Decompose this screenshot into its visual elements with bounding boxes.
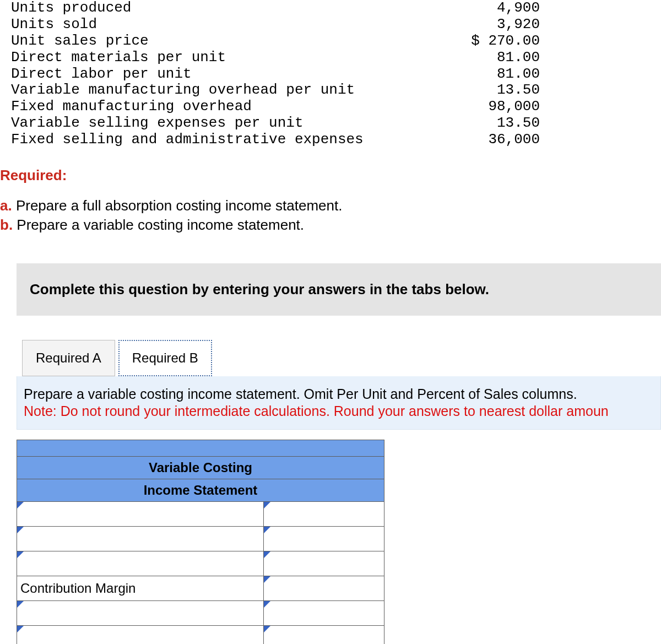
tab-required-a[interactable]: Required A [22,340,115,376]
requirement-b: b. Prepare a variable costing income sta… [0,215,661,235]
data-value: 4,900 [413,0,540,17]
data-value: 3,920 [413,17,540,33]
data-label: Units sold [0,17,413,33]
dropdown-icon [264,551,270,558]
requirement-a: a. Prepare a full absorption costing inc… [0,196,661,215]
line-item-amount[interactable] [264,626,384,644]
given-data-block: Units produced4,900 Units sold3,920 Unit… [0,0,661,148]
data-label: Fixed selling and administrative expense… [0,132,413,148]
dropdown-icon [264,626,270,632]
sheet-header-bar [17,440,384,457]
dropdown-icon [17,527,24,533]
dropdown-icon [17,626,24,632]
data-value: 98,000 [413,99,540,115]
line-item-amount[interactable] [264,527,384,551]
data-value: 36,000 [413,132,540,148]
data-row: Units sold3,920 [0,17,661,33]
data-row: Units produced4,900 [0,0,661,17]
dropdown-icon [264,601,270,608]
data-label: Variable selling expenses per unit [0,115,413,132]
sheet-title-2: Income Statement [17,479,384,502]
data-value: 81.00 [413,50,540,66]
data-label: Direct materials per unit [0,50,413,66]
line-item-select[interactable] [17,601,264,626]
dropdown-icon [264,527,270,533]
requirement-a-lead: a. [0,197,12,214]
dropdown-icon [17,551,24,558]
data-value: 13.50 [413,82,540,99]
sheet-title-1: Variable Costing [17,457,384,479]
line-item-select[interactable] [17,626,264,644]
line-item-amount[interactable] [264,601,384,626]
data-row: Variable manufacturing overhead per unit… [0,82,661,99]
data-value: 81.00 [413,66,540,83]
data-label: Fixed manufacturing overhead [0,99,413,115]
line-item-amount[interactable] [264,502,384,527]
data-value: 13.50 [413,115,540,132]
contribution-margin-amount[interactable] [264,576,384,601]
line-item-amount[interactable] [264,551,384,576]
data-row: Direct labor per unit81.00 [0,66,661,83]
data-row: Variable selling expenses per unit13.50 [0,115,661,132]
tabs-instruction: Complete this question by entering your … [17,263,661,316]
data-value: $ 270.00 [413,33,540,50]
data-row: Unit sales price$ 270.00 [0,33,661,50]
data-row: Direct materials per unit81.00 [0,50,661,66]
dropdown-icon [17,502,24,508]
contribution-margin-label: Contribution Margin [17,576,264,601]
tabs-bar: Required A Required B [17,340,661,376]
dropdown-icon [17,601,24,608]
data-label: Units produced [0,0,413,17]
answer-sheet: Variable Costing Income Statement Contri… [17,440,384,644]
requirement-b-text: Prepare a variable costing income statem… [13,217,304,233]
data-label: Unit sales price [0,33,413,50]
tab-required-b[interactable]: Required B [118,340,212,376]
data-row: Fixed manufacturing overhead98,000 [0,99,661,115]
tab-panel-note: Note: Do not round your intermediate cal… [24,403,654,419]
requirement-a-text: Prepare a full absorption costing income… [12,197,343,214]
line-item-select[interactable] [17,502,264,527]
line-item-select[interactable] [17,551,264,576]
tab-panel-instructions: Prepare a variable costing income statem… [17,376,661,430]
requirement-b-lead: b. [0,217,13,233]
data-row: Fixed selling and administrative expense… [0,132,661,148]
dropdown-icon [264,576,270,583]
data-label: Direct labor per unit [0,66,413,83]
required-heading: Required: [0,167,661,184]
tab-panel-main-text: Prepare a variable costing income statem… [24,386,577,402]
line-item-select[interactable] [17,527,264,551]
dropdown-icon [264,502,270,508]
data-label: Variable manufacturing overhead per unit [0,82,413,99]
